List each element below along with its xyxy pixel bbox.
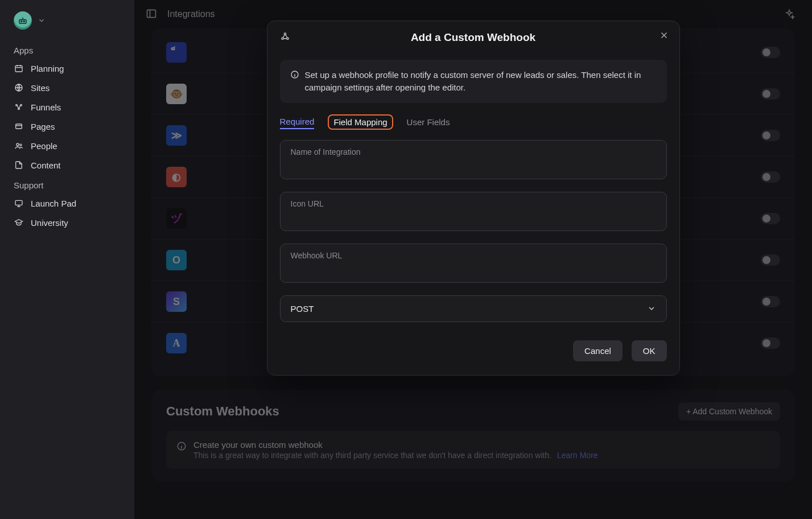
svg-rect-8 — [16, 124, 22, 129]
svg-point-10 — [20, 144, 22, 146]
sidebar-item-label: Planning — [31, 64, 64, 73]
content-icon — [14, 160, 24, 170]
app-root: Apps Planning Sites Funnels Pages People… — [0, 0, 812, 519]
main: Integrations ็🐵≫◐ヅOSA Custom Webhooks + … — [134, 0, 812, 519]
sidebar-item-sites[interactable]: Sites — [0, 78, 134, 97]
sidebar-item-pages[interactable]: Pages — [0, 117, 134, 136]
sidebar-item-label: Content — [31, 160, 61, 170]
modal-callout-text: Set up a webhook profile to notify a cus… — [305, 69, 657, 94]
icon-url-field[interactable]: Icon URL — [280, 192, 667, 231]
tab-required[interactable]: Required — [280, 114, 315, 129]
svg-point-15 — [286, 38, 288, 39]
sidebar-item-label: Sites — [31, 83, 50, 93]
sidebar-item-planning[interactable]: Planning — [0, 59, 134, 78]
modal-footer: Cancel OK — [267, 327, 679, 375]
calendar-icon — [14, 63, 24, 73]
launch-icon — [14, 198, 24, 208]
http-method-select[interactable]: POST — [280, 295, 667, 322]
sidebar-item-label: Funnels — [31, 102, 61, 112]
sidebar-item-content[interactable]: Content — [0, 155, 134, 175]
svg-point-16 — [284, 33, 286, 35]
sidebar-item-launch-pad[interactable]: Launch Pad — [0, 193, 134, 213]
sidebar-section-apps: Apps — [0, 40, 134, 59]
ok-button[interactable]: OK — [632, 340, 667, 361]
modal-header: Add a Custom Webhook — [267, 21, 679, 54]
page-icon — [14, 121, 24, 131]
close-icon[interactable] — [659, 30, 669, 40]
cancel-button[interactable]: Cancel — [573, 340, 623, 361]
http-method-value: POST — [291, 304, 314, 314]
sidebar: Apps Planning Sites Funnels Pages People… — [0, 0, 134, 519]
chevron-down-icon — [38, 17, 46, 24]
svg-rect-11 — [15, 200, 22, 205]
sidebar-item-people[interactable]: People — [0, 136, 134, 155]
name-input[interactable] — [281, 141, 666, 179]
svg-point-2 — [23, 21, 24, 22]
sidebar-item-label: Pages — [31, 122, 55, 131]
chevron-down-icon — [647, 304, 656, 313]
modal-title: Add a Custom Webhook — [411, 31, 535, 44]
svg-point-14 — [281, 38, 283, 39]
modal-callout: Set up a webhook profile to notify a cus… — [280, 60, 667, 103]
sidebar-item-funnels[interactable]: Funnels — [0, 97, 134, 117]
globe-icon — [14, 83, 24, 93]
icon-url-input[interactable] — [281, 192, 666, 230]
tab-user-fields[interactable]: User Fields — [407, 115, 450, 129]
name-field[interactable]: Name of Integration — [280, 140, 667, 179]
svg-rect-0 — [19, 20, 26, 24]
svg-point-7 — [18, 108, 20, 110]
people-icon — [14, 141, 24, 151]
modal-body: Set up a webhook profile to notify a cus… — [267, 54, 679, 322]
svg-point-1 — [21, 21, 22, 22]
sidebar-item-label: People — [31, 141, 57, 151]
add-webhook-modal: Add a Custom Webhook Set up a webhook pr… — [267, 20, 680, 376]
funnel-icon — [14, 102, 24, 112]
sidebar-section-support: Support — [0, 175, 134, 193]
workspace-avatar — [14, 11, 32, 30]
sidebar-item-label: University — [31, 218, 68, 228]
grad-icon — [14, 217, 24, 228]
svg-rect-3 — [15, 65, 22, 72]
svg-point-9 — [17, 143, 19, 146]
info-icon — [290, 70, 299, 94]
sidebar-item-university[interactable]: University — [0, 213, 134, 232]
modal-tabs: Required Field Mapping User Fields — [280, 114, 667, 130]
tab-field-mapping[interactable]: Field Mapping — [328, 114, 393, 130]
workspace-switcher[interactable] — [0, 8, 134, 40]
sidebar-item-label: Launch Pad — [31, 199, 76, 208]
webhook-icon — [280, 31, 290, 42]
webhook-url-field[interactable]: Webhook URL — [280, 244, 667, 283]
webhook-url-input[interactable] — [281, 244, 666, 282]
